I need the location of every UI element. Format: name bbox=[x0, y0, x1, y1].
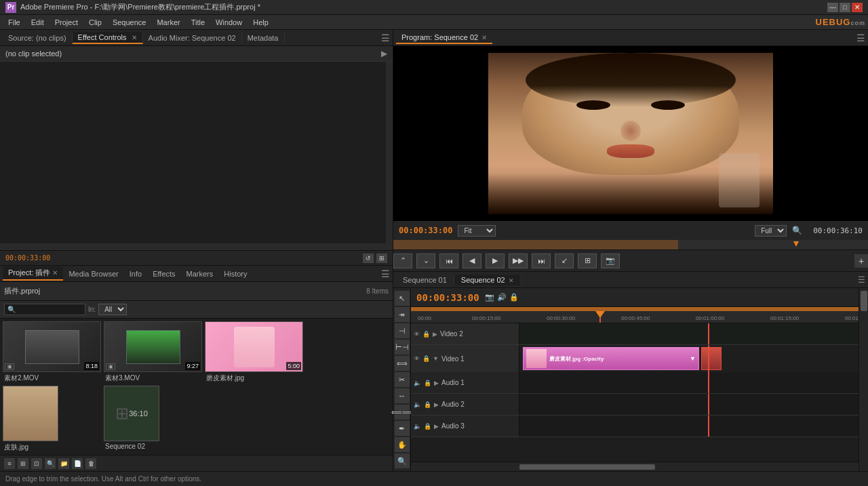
step-back-button[interactable]: ◀ bbox=[462, 254, 481, 268]
expand-v2[interactable]: ▶ bbox=[433, 331, 437, 338]
add-button[interactable]: + bbox=[854, 254, 868, 268]
tab-sequence-01[interactable]: Sequence 01 bbox=[396, 275, 454, 285]
project-item-4[interactable]: 5:00 ⊞ 皮肤.jpg bbox=[3, 386, 101, 452]
search-footer-button[interactable]: 🔍 bbox=[45, 458, 56, 469]
menu-file[interactable]: File bbox=[3, 17, 26, 28]
expand-v1[interactable]: ▼ bbox=[433, 355, 439, 362]
timeline-menu-icon[interactable]: ☰ bbox=[858, 275, 865, 285]
track-lock-v2[interactable]: 🔒 bbox=[422, 331, 430, 338]
tab-effects[interactable]: Effects bbox=[147, 268, 180, 279]
tab-source[interactable]: Source: (no clips) bbox=[3, 33, 73, 43]
track-mute-a2[interactable]: 🔈 bbox=[414, 401, 421, 408]
camera-button[interactable]: 📷 bbox=[601, 254, 620, 268]
menu-help[interactable]: Help bbox=[248, 17, 274, 28]
new-item-button[interactable]: 📄 bbox=[72, 458, 83, 469]
reset-button[interactable]: ↺ bbox=[363, 254, 374, 263]
project-item-3[interactable]: 5:00 磨皮素材.jpg bbox=[205, 321, 303, 383]
insert-button[interactable]: ↙ bbox=[555, 254, 574, 268]
tab-effect-controls[interactable]: Effect Controls ✕ bbox=[73, 32, 143, 44]
scroll-thumb-v[interactable] bbox=[861, 291, 867, 311]
razor-tool[interactable]: ✂ bbox=[395, 372, 410, 387]
expand-a2[interactable]: ▶ bbox=[434, 401, 439, 408]
project-item-1[interactable]: ▣ 8:18 素材2.MOV bbox=[3, 321, 101, 383]
panel-menu-icon[interactable]: ☰ bbox=[381, 33, 390, 43]
track-content-a2[interactable] bbox=[519, 394, 859, 415]
monitor-menu-icon[interactable]: ☰ bbox=[856, 33, 865, 43]
tab-history[interactable]: History bbox=[218, 268, 252, 279]
menu-edit[interactable]: Edit bbox=[26, 17, 50, 28]
play-button[interactable]: ▶ bbox=[486, 254, 505, 268]
tab-metadata[interactable]: Metadata bbox=[242, 33, 285, 43]
scroll-horizontal[interactable] bbox=[0, 243, 386, 250]
delete-button[interactable]: 🗑 bbox=[85, 458, 96, 469]
overwrite-button[interactable]: ⊞ bbox=[578, 254, 597, 268]
menu-title[interactable]: Title bbox=[186, 17, 210, 28]
track-lock-a3[interactable]: 🔒 bbox=[424, 423, 431, 430]
tab-sequence-02[interactable]: Sequence 02 ✕ bbox=[454, 275, 521, 285]
clip-mopi[interactable]: 磨皮素材.jpg :Opacity ▼ bbox=[523, 347, 699, 370]
rolling-edit-tool[interactable]: ⊢⊣ bbox=[395, 340, 410, 355]
scroll-vertical[interactable] bbox=[386, 62, 393, 250]
pen-tool[interactable]: ✒ bbox=[395, 421, 410, 436]
project-item-5[interactable]: ⊞ 36:10 Sequence 02 bbox=[104, 386, 202, 452]
tab-audio-mixer[interactable]: Audio Mixer: Sequence 02 bbox=[143, 33, 242, 43]
timeline-scrollbar-v[interactable] bbox=[859, 288, 868, 471]
menu-window[interactable]: Window bbox=[210, 17, 248, 28]
mark-in-button[interactable]: ⌃ bbox=[393, 254, 412, 268]
track-mute-a1[interactable]: 🔈 bbox=[414, 380, 421, 386]
mark-out-button[interactable]: ⌄ bbox=[416, 254, 435, 268]
track-lock-v1[interactable]: 🔒 bbox=[422, 355, 430, 362]
track-lock-a2[interactable]: 🔒 bbox=[424, 401, 431, 408]
slide-tool[interactable]: ⟸⟹ bbox=[395, 405, 410, 420]
track-select-tool[interactable]: ↠ bbox=[395, 307, 410, 322]
quality-select[interactable]: Full 1/2 1/4 bbox=[755, 225, 787, 237]
zoom-tool[interactable]: 🔍 bbox=[395, 453, 410, 468]
menu-marker[interactable]: Marker bbox=[151, 17, 185, 28]
track-mute-a3[interactable]: 🔈 bbox=[414, 423, 421, 430]
tab-media-browser[interactable]: Media Browser bbox=[63, 268, 123, 279]
list-view-button[interactable]: ≡ bbox=[4, 458, 15, 469]
selection-tool[interactable]: ↖ bbox=[395, 291, 410, 306]
expand-a1[interactable]: ▶ bbox=[434, 380, 439, 386]
hand-tool[interactable]: ✋ bbox=[395, 437, 410, 452]
monitor-timeline-bar[interactable] bbox=[393, 240, 868, 249]
slip-tool[interactable]: ↔ bbox=[395, 388, 410, 403]
expand-button[interactable]: ⊞ bbox=[376, 254, 387, 263]
close-button[interactable]: ✕ bbox=[852, 3, 863, 12]
tab-markers[interactable]: Markers bbox=[181, 268, 219, 279]
track-eye-v1[interactable]: 👁 bbox=[414, 355, 420, 362]
menu-sequence[interactable]: Sequence bbox=[107, 17, 152, 28]
expand-a3[interactable]: ▶ bbox=[434, 423, 439, 430]
maximize-button[interactable]: □ bbox=[840, 3, 850, 12]
free-space-button[interactable]: ⊡ bbox=[31, 458, 42, 469]
track-content-v1[interactable]: 磨皮素材.jpg :Opacity ▼ bbox=[519, 345, 859, 372]
tab-program[interactable]: Program: Sequence 02 ✕ bbox=[396, 32, 492, 44]
search-input[interactable] bbox=[4, 304, 85, 315]
new-bin-button[interactable]: 📁 bbox=[58, 458, 69, 469]
menu-project[interactable]: Project bbox=[50, 17, 83, 28]
goto-in-button[interactable]: ⏮ bbox=[439, 254, 458, 268]
tab-info[interactable]: Info bbox=[124, 268, 147, 279]
clip-end[interactable] bbox=[701, 347, 722, 370]
project-item-2[interactable]: ▣ 9:27 素材3.MOV bbox=[104, 321, 202, 383]
project-panel-menu-icon[interactable]: ☰ bbox=[381, 268, 390, 279]
timeline-scrollbar-h[interactable] bbox=[411, 462, 859, 471]
track-content-v2[interactable] bbox=[519, 323, 859, 344]
step-fwd-button[interactable]: ▶▶ bbox=[509, 254, 528, 268]
tab-project[interactable]: Project: 插件 ✕ bbox=[3, 266, 63, 281]
icon-view-button[interactable]: ⊞ bbox=[18, 458, 28, 469]
fit-select[interactable]: Fit 25% 50% 100% bbox=[458, 225, 496, 237]
ripple-edit-tool[interactable]: ⊣ bbox=[395, 323, 410, 338]
timeline-tracks: 👁 🔒 ▶ Video 2 👁 bbox=[411, 323, 859, 462]
track-content-a1[interactable] bbox=[519, 372, 859, 393]
track-eye-v2[interactable]: 👁 bbox=[414, 331, 420, 338]
menu-clip[interactable]: Clip bbox=[83, 17, 107, 28]
scroll-thumb[interactable] bbox=[519, 464, 655, 470]
in-select[interactable]: All bbox=[98, 304, 127, 315]
goto-out-button[interactable]: ⏭ bbox=[532, 254, 551, 268]
track-lock-a1[interactable]: 🔒 bbox=[424, 380, 431, 386]
rate-stretch-tool[interactable]: ⟺ bbox=[395, 356, 410, 371]
track-content-a3[interactable] bbox=[519, 416, 859, 437]
timeline-ruler[interactable]: 00:00 00:00:15:00 00:00:30:00 00:00:45:0… bbox=[411, 311, 859, 323]
minimize-button[interactable]: — bbox=[827, 3, 838, 12]
